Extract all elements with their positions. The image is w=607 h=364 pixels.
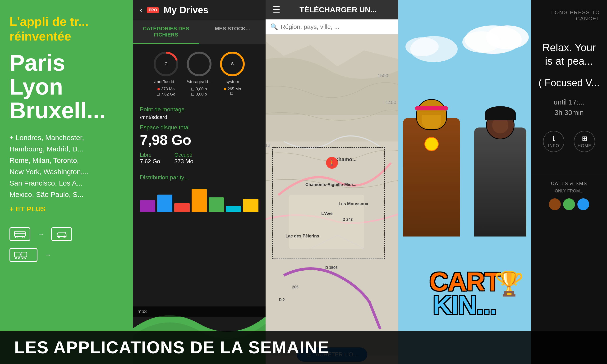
map-pin: 🚶: [326, 157, 338, 169]
free-col: Libre 7,62 Go: [140, 152, 160, 165]
home-icon: ⊞: [582, 135, 587, 143]
city-list: Paris Lyon Bruxell...: [10, 51, 123, 122]
map-label-d1506: D 1506: [325, 266, 338, 270]
avatar-3: [577, 198, 589, 210]
info-button[interactable]: ℹ INFO: [543, 131, 564, 152]
hamburger-icon[interactable]: ☰: [273, 5, 280, 15]
svg-rect-19: [192, 93, 194, 95]
tab-categories[interactable]: CATÉGORIES DES FICHIERS: [133, 20, 199, 44]
svg-rect-23: [230, 92, 233, 94]
focus-content: Relax. Your is at pea... ( Focused V... …: [531, 26, 607, 176]
map-label-d2: D 2: [279, 298, 285, 302]
long-press-label: LONG PRESS TO CANCEL: [538, 10, 600, 22]
bus-icon: [10, 227, 30, 241]
map-svg: 1500 1400 2412: [265, 34, 398, 356]
avatar-2: [563, 198, 575, 210]
svg-text:1500: 1500: [378, 73, 388, 78]
svg-rect-6: [14, 252, 20, 257]
map-label-lac: Lac des Pèlerins: [286, 234, 319, 239]
panel-game: 🏆 CART KIN...: [398, 0, 531, 364]
home-button[interactable]: ⊞ HOME: [574, 131, 595, 152]
svg-text:S: S: [231, 62, 234, 66]
until-text: until 17:...: [536, 98, 602, 106]
panel-transport: L'appli de tr... réinventée Paris Lyon B…: [0, 0, 133, 364]
drive-item-1: C /mnt/fusdd... 373 Mo 7,62 Go: [153, 51, 179, 97]
map-container: 1500 1400 2412 🚶 Chamo... Chamonix-Aigui…: [265, 34, 398, 356]
distribution-label: Distribution par ty...: [140, 174, 258, 181]
drives-info: Point de montage /mnt/sdcard Espace disq…: [133, 104, 265, 169]
panel-map: ☰ TÉLÉCHARGER UN... 🔍: [265, 0, 398, 364]
duration-text: 3h 30min: [536, 108, 602, 117]
map-search[interactable]: 🔍: [265, 19, 398, 34]
total-label: Espace disque total: [140, 124, 258, 131]
avatar-1: [549, 198, 561, 210]
calls-section: CALLS & SMS ONLY FROM...: [531, 176, 607, 215]
svg-text:1400: 1400: [385, 100, 396, 105]
bottom-banner: LES APPLICATIONS DE LA SEMAINE: [0, 331, 607, 364]
map-label-205: 205: [292, 285, 299, 289]
map-label-d243: D 243: [343, 218, 353, 222]
search-input[interactable]: [281, 23, 394, 31]
svg-text:C: C: [165, 62, 167, 66]
focused-text: ( Focused V...: [536, 77, 602, 89]
drives-header: ‹ PRO My Drives: [133, 0, 265, 20]
drives-tabs: CATÉGORIES DES FICHIERS MES STOCK...: [133, 20, 265, 44]
info-label: INFO: [548, 143, 559, 148]
search-icon: 🔍: [270, 23, 278, 31]
arrow-right-icon: →: [38, 230, 44, 238]
main-container: L'appli de tr... réinventée Paris Lyon B…: [0, 0, 607, 364]
tram-icon: [10, 248, 38, 262]
arrow-right-icon-2: →: [45, 251, 51, 259]
svg-point-11: [22, 257, 23, 259]
more-cities: + Londres, Manchester, Hambourg, Madrid,…: [10, 132, 123, 200]
map-title: TÉLÉCHARGER UN...: [285, 5, 391, 14]
svg-point-12: [25, 257, 26, 259]
bottom-banner-text: LES APPLICATIONS DE LA SEMAINE: [14, 338, 329, 357]
used-col: Occupé 373 Mo: [174, 152, 193, 165]
et-plus-label: + ET PLUS: [10, 205, 123, 213]
svg-point-10: [18, 257, 19, 259]
home-label: HOME: [578, 143, 591, 148]
mount-value: /mnt/sdcard: [140, 114, 258, 120]
car-icon: [51, 227, 72, 241]
characters-area: [398, 18, 531, 237]
focus-top: LONG PRESS TO CANCEL: [531, 0, 607, 26]
bar-chart: [140, 183, 258, 212]
svg-rect-7: [21, 252, 27, 257]
trophy-element: 🏆: [494, 270, 524, 298]
svg-rect-16: [157, 93, 159, 95]
avatar-row: [536, 198, 602, 210]
chart-area: Distribution par ty...: [133, 169, 265, 216]
svg-point-9: [15, 257, 17, 259]
map-label-moussoux: Les Moussoux: [339, 201, 368, 207]
drive-item-2: /storage/dd... 0,00 o 0,00 o: [186, 51, 212, 97]
svg-text:2412: 2412: [265, 143, 270, 148]
transport-icons: →: [10, 227, 123, 262]
tagline: L'appli de tr... réinventée: [10, 14, 123, 44]
drives-title: My Drives: [164, 5, 208, 15]
info-icon: ℹ: [553, 135, 555, 143]
back-button[interactable]: ‹: [140, 6, 142, 14]
svg-rect-18: [192, 88, 194, 90]
calls-label: CALLS & SMS: [536, 181, 602, 186]
drive-item-3: S system 265 Mo: [219, 51, 245, 97]
pro-badge: PRO: [147, 7, 159, 13]
focus-buttons: ℹ INFO ⊞ HOME: [536, 131, 602, 152]
map-header: ☰ TÉLÉCHARGER UN...: [265, 0, 398, 19]
svg-point-17: [188, 52, 211, 75]
bottom-label: mp3: [133, 306, 265, 317]
relax-text: Relax. Your is at pea...: [536, 41, 602, 68]
mount-label: Point de montage: [140, 106, 258, 113]
map-label-ave: L'Ave: [321, 211, 333, 216]
panel-my-drives: ‹ PRO My Drives CATÉGORIES DES FICHIERS …: [133, 0, 265, 364]
drives-circles: C /mnt/fusdd... 373 Mo 7,62 Go: [133, 44, 265, 104]
total-value: 7,98 Go: [140, 132, 258, 148]
tab-stock[interactable]: MES STOCK...: [199, 20, 265, 44]
panel-focus: LONG PRESS TO CANCEL Relax. Your is at p…: [531, 0, 607, 364]
map-label-aiguille: Chamonix-Aiguille-Midi...: [305, 182, 356, 187]
map-label-chamonix: Chamo...: [335, 156, 356, 163]
calls-sub: ONLY FROM...: [536, 189, 602, 194]
